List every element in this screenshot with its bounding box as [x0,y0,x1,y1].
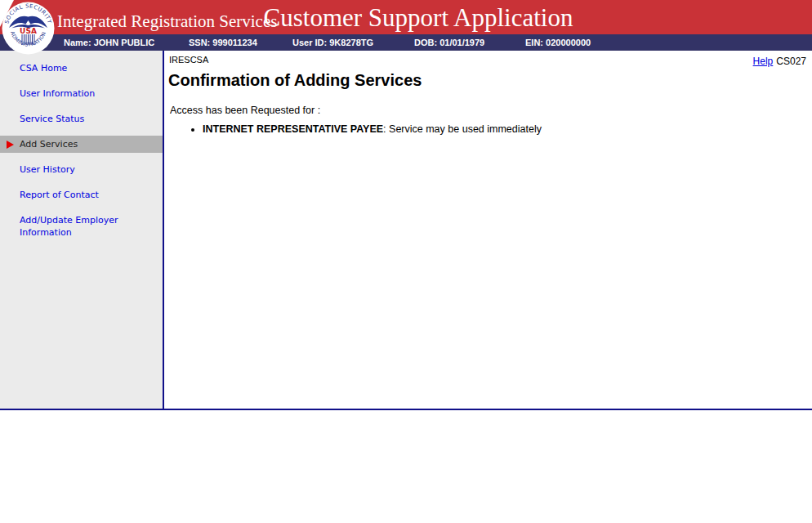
user-id-field: User ID: 9K8278TG [292,34,373,51]
user-info-bar: Name: JOHN PUBLIC SSN: 999011234 User ID… [0,34,812,51]
main-content: IRESCSA HelpCS027 Confirmation of Adding… [164,51,812,409]
selected-item-arrow-icon [7,141,14,149]
page-heading: Confirmation of Adding Services [168,71,422,90]
sidebar-item-label[interactable]: Report of Contact [20,189,99,201]
sidebar-nav: CSA Home User Information Service Status… [0,51,163,245]
application-code: IRESCSA [169,55,208,65]
requested-services-list: INTERNET REPRESENTATIVE PAYEE: Service m… [164,123,542,136]
user-ein-field: EIN: 020000000 [525,34,591,51]
service-note: : Service may be used immediately [383,123,542,135]
intro-text: Access has been Requested for : [170,105,320,116]
sidebar-item-user-history[interactable]: User History [0,157,163,182]
sidebar-item-label[interactable]: User Information [20,87,95,100]
agency-title: Integrated Registration Services [57,11,277,32]
user-dob-field: DOB: 01/01/1979 [414,34,484,51]
sidebar-item-add-update-employer-information[interactable]: Add/Update Employer Information [0,208,163,245]
sidebar-item-user-information[interactable]: User Information [0,81,163,106]
help-link[interactable]: Help [753,56,774,67]
screen-code: CS027 [776,56,806,67]
sidebar-item-label[interactable]: Add Services [20,138,78,150]
sidebar-item-label[interactable]: Service Status [20,113,84,125]
ssa-seal-logo: SOCIAL SECURITY ADMINISTRATION USA [0,0,57,57]
user-ssn-field: SSN: 999011234 [189,34,257,51]
sidebar-item-csa-home[interactable]: CSA Home [0,56,163,81]
masthead: Integrated Registration Services Custome… [0,0,812,34]
sidebar-item-add-services[interactable]: Add Services [0,132,163,157]
sidebar: CSA Home User Information Service Status… [0,51,163,409]
content-bottom-rule [0,409,812,410]
service-list-item: INTERNET REPRESENTATIVE PAYEE: Service m… [203,123,542,136]
service-name: INTERNET REPRESENTATIVE PAYEE [203,123,383,135]
sidebar-item-label[interactable]: User History [20,163,75,176]
customer-support-application-page: Integrated Registration Services Custome… [0,0,812,523]
user-name-field: Name: JOHN PUBLIC [64,34,154,51]
page-title: Customer Support Application [264,3,573,33]
help-row: HelpCS027 [753,56,806,67]
sidebar-item-label[interactable]: CSA Home [20,62,67,74]
sidebar-item-service-status[interactable]: Service Status [0,106,163,132]
sidebar-item-label[interactable]: Add/Update Employer Information [20,214,138,239]
sidebar-item-report-of-contact[interactable]: Report of Contact [0,182,163,208]
seal-usa-text: USA [20,27,37,35]
